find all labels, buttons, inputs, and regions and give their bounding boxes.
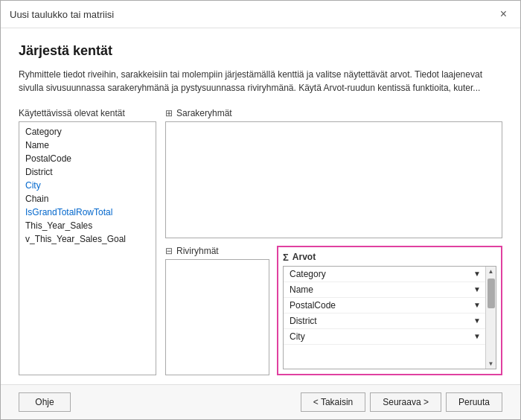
close-button[interactable]: ×: [496, 7, 511, 22]
sarakerymat-panel: ⊞ Sarakeryhmät: [165, 108, 502, 238]
fields-label-text: Käytettävissä olevat kentät: [19, 108, 125, 118]
fields-panel: Käytettävissä olevat kentät CategoryName…: [19, 108, 156, 375]
sarakerymat-label: ⊞ Sarakeryhmät: [165, 108, 502, 118]
riviryhmat-label-text: Riviryhmät: [176, 246, 219, 256]
field-item[interactable]: Category: [19, 125, 156, 139]
sarakerymat-drop-area[interactable]: [165, 121, 502, 238]
next-button[interactable]: Seuraava >: [370, 392, 441, 412]
fields-panel-label: Käytettävissä olevat kentät: [19, 108, 156, 118]
arvot-item[interactable]: District ▼: [284, 314, 485, 329]
field-list[interactable]: CategoryNamePostalCodeDistrictCityChainI…: [19, 121, 156, 375]
scroll-up-arrow[interactable]: ▲: [486, 267, 496, 277]
back-button[interactable]: < Takaisin: [301, 392, 365, 412]
field-item[interactable]: v_This_Year_Sales_Goal: [19, 232, 156, 246]
section-title: Järjestä kentät: [19, 43, 502, 59]
content-area: Järjestä kentät Ryhmittele tiedot riveih…: [1, 28, 520, 384]
arvot-item-dropdown-arrow[interactable]: ▼: [469, 330, 485, 343]
dialog-title: Uusi taulukko tai matriisi: [10, 9, 114, 20]
field-item[interactable]: City: [19, 179, 156, 192]
bottom-panels: ⊟ Riviryhmät Σ Arvot Category ▼: [165, 246, 502, 376]
scroll-down-arrow[interactable]: ▼: [486, 358, 496, 369]
arvot-item[interactable]: Name ▼: [284, 282, 485, 298]
field-item[interactable]: IsGrandTotalRowTotal: [19, 206, 156, 219]
description-text: Ryhmittele tiedot riveihin, sarakkeisiin…: [19, 68, 502, 95]
grid-icon: ⊞: [165, 108, 173, 118]
dialog: Uusi taulukko tai matriisi × Järjestä ke…: [0, 0, 521, 420]
riviryhmat-drop-area[interactable]: [165, 259, 269, 376]
arvot-item-text: District: [284, 314, 469, 328]
arvot-item-dropdown-arrow[interactable]: ▼: [469, 283, 485, 296]
footer: Ohje < Takaisin Seuraava > Peruuta: [1, 384, 520, 419]
arvot-item-text: Category: [284, 267, 469, 281]
help-button[interactable]: Ohje: [19, 392, 71, 412]
field-item[interactable]: Name: [19, 139, 156, 152]
arvot-item-text: Name: [284, 282, 469, 297]
field-item[interactable]: Chain: [19, 192, 156, 206]
arvot-item-text: City: [284, 329, 469, 344]
arvot-item[interactable]: PostalCode ▼: [284, 298, 485, 314]
arvot-item-text: PostalCode: [284, 298, 469, 313]
titlebar: Uusi taulukko tai matriisi ×: [1, 1, 520, 28]
arvot-item[interactable]: Category ▼: [284, 267, 485, 282]
sarakerymat-label-text: Sarakeryhmät: [176, 108, 232, 118]
arvot-panel: Σ Arvot Category ▼ Name ▼ PostalCode ▼ D…: [277, 246, 502, 376]
panels-container: Käytettävissä olevat kentät CategoryName…: [19, 108, 502, 375]
arvot-label: Σ Arvot: [283, 252, 496, 263]
footer-right: < Takaisin Seuraava > Peruuta: [301, 392, 502, 412]
field-item[interactable]: This_Year_Sales: [19, 219, 156, 232]
cancel-button[interactable]: Peruuta: [446, 392, 502, 412]
arvot-item-dropdown-arrow[interactable]: ▼: [469, 267, 485, 280]
riviryhmat-panel: ⊟ Riviryhmät: [165, 246, 269, 376]
arvot-label-text: Arvot: [293, 252, 316, 262]
arvot-item[interactable]: City ▼: [284, 329, 485, 345]
arvot-item-dropdown-arrow[interactable]: ▼: [469, 299, 485, 311]
arvot-scrollbar[interactable]: ▲ ▼: [485, 267, 496, 369]
field-item[interactable]: PostalCode: [19, 152, 156, 165]
riviryhmat-icon: ⊟: [165, 246, 173, 256]
footer-left: Ohje: [19, 392, 71, 412]
arvot-item-dropdown-arrow[interactable]: ▼: [469, 314, 485, 327]
arvot-list-container: Category ▼ Name ▼ PostalCode ▼ District …: [283, 266, 496, 370]
scroll-thumb[interactable]: [488, 279, 495, 308]
right-panels: ⊞ Sarakeryhmät ⊟ Riviryhmät: [165, 108, 502, 375]
riviryhmat-label: ⊟ Riviryhmät: [165, 246, 269, 256]
field-item[interactable]: District: [19, 165, 156, 179]
sigma-icon: Σ: [283, 252, 289, 263]
arvot-items: Category ▼ Name ▼ PostalCode ▼ District …: [284, 267, 485, 369]
